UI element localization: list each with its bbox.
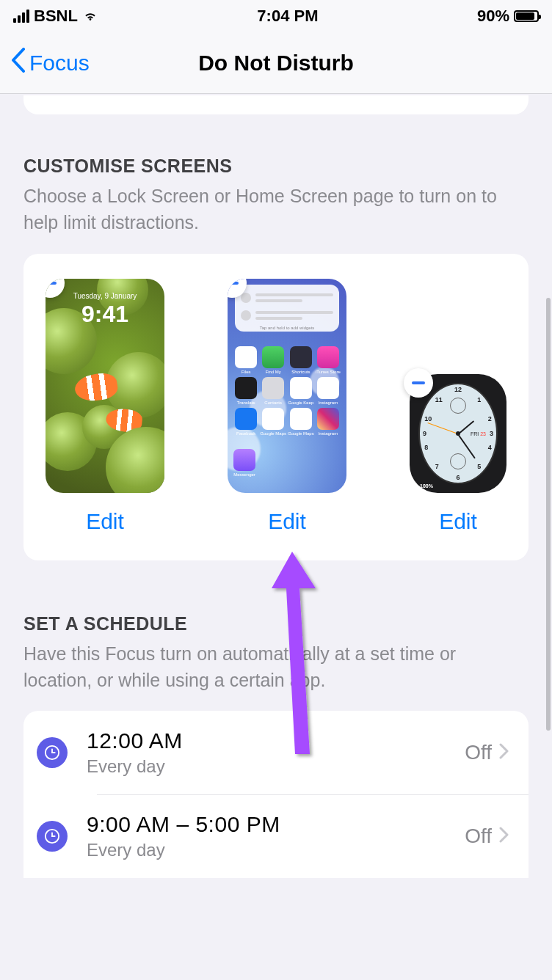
watch-item: 12 1 2 3 4 5 6 7 8 9 10 11 FRI bbox=[410, 374, 506, 534]
customise-title: Customise Screens bbox=[23, 156, 529, 177]
cellular-signal-icon bbox=[13, 10, 29, 23]
schedule-header: Set a Schedule Have this Focus turn on a… bbox=[23, 613, 529, 694]
app-grid: Files Find My Shortcuts iTunes Store Tra… bbox=[233, 346, 341, 436]
chevron-right-icon bbox=[499, 824, 509, 848]
customise-description: Choose a Lock Screen or Home Screen page… bbox=[23, 183, 529, 236]
clock-icon bbox=[37, 821, 68, 852]
edit-lock-screen-button[interactable]: Edit bbox=[86, 509, 124, 534]
schedule-row[interactable]: 12:00 AM Every day Off bbox=[23, 711, 529, 794]
edit-home-screen-button[interactable]: Edit bbox=[268, 509, 306, 534]
watch-preview[interactable]: 12 1 2 3 4 5 6 7 8 9 10 11 FRI bbox=[410, 374, 506, 493]
minus-icon bbox=[412, 381, 425, 384]
status-bar: BSNL 7:04 PM 90% bbox=[0, 0, 552, 32]
navigation-bar: Focus Do Not Disturb bbox=[0, 32, 552, 94]
schedule-list: 12:00 AM Every day Off 9:00 AM – 5:00 PM… bbox=[23, 711, 529, 878]
chevron-right-icon bbox=[499, 741, 509, 764]
battery-percent: 90% bbox=[477, 7, 509, 26]
schedule-state: Off bbox=[465, 824, 492, 848]
schedule-time: 12:00 AM bbox=[87, 728, 465, 753]
scroll-indicator bbox=[546, 298, 551, 731]
widget-hint: Tap and hold to add widgets bbox=[241, 326, 333, 330]
carrier-label: BSNL bbox=[34, 7, 78, 26]
home-screen-preview[interactable]: Tap and hold to add widgets Files Find M… bbox=[228, 279, 346, 493]
chevron-left-icon bbox=[9, 48, 26, 78]
back-label: Focus bbox=[29, 51, 90, 76]
minus-icon bbox=[228, 282, 239, 285]
schedule-row[interactable]: 9:00 AM – 5:00 PM Every day Off bbox=[23, 794, 529, 878]
lock-time: 9:41 bbox=[46, 301, 164, 328]
status-time: 7:04 PM bbox=[257, 7, 318, 26]
schedule-state: Off bbox=[465, 741, 492, 764]
schedule-repeat: Every day bbox=[87, 840, 465, 860]
page-title: Do Not Disturb bbox=[198, 51, 354, 76]
remove-watch-button[interactable] bbox=[404, 368, 433, 398]
customise-screens-header: Customise Screens Choose a Lock Screen o… bbox=[23, 156, 529, 236]
schedule-time: 9:00 AM – 5:00 PM bbox=[87, 812, 465, 837]
schedule-repeat: Every day bbox=[87, 756, 465, 777]
clock-icon bbox=[37, 737, 68, 768]
schedule-title: Set a Schedule bbox=[23, 613, 529, 635]
wifi-icon bbox=[82, 7, 98, 26]
back-button[interactable]: Focus bbox=[0, 48, 90, 78]
lock-screen-item: Tuesday, 9 January 9:41 Edit bbox=[46, 279, 164, 534]
schedule-description: Have this Focus turn on automatically at… bbox=[23, 640, 529, 694]
edit-watch-button[interactable]: Edit bbox=[439, 509, 477, 534]
minus-icon bbox=[46, 282, 57, 285]
customise-screens-card: Tuesday, 9 January 9:41 Edit Tap and hol… bbox=[23, 254, 529, 560]
previous-section-edge bbox=[23, 95, 529, 114]
lock-date: Tuesday, 9 January bbox=[46, 292, 164, 300]
lock-screen-preview[interactable]: Tuesday, 9 January 9:41 bbox=[46, 279, 164, 493]
home-screen-item: Tap and hold to add widgets Files Find M… bbox=[228, 279, 346, 534]
battery-icon bbox=[514, 10, 539, 22]
